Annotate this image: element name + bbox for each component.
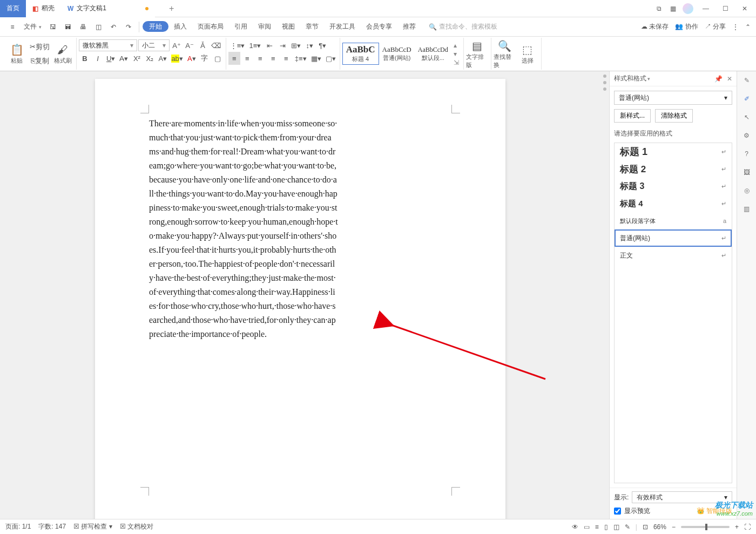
style-scroll-up-icon[interactable]: ▴	[454, 42, 459, 49]
zoom-slider[interactable]	[681, 526, 730, 528]
style-scroll-down-icon[interactable]: ▾	[454, 50, 459, 58]
maximize-button[interactable]: ☐	[718, 5, 732, 12]
subscript-icon[interactable]: X₂	[144, 52, 156, 65]
align-left-icon[interactable]: ≡	[228, 52, 240, 65]
minimize-button[interactable]: —	[699, 5, 713, 12]
style-item[interactable]: 标题 4↵	[615, 195, 732, 212]
style-tool-icon[interactable]: ✐	[741, 93, 753, 105]
zoom-in-icon[interactable]: +	[735, 523, 739, 531]
zoom-level[interactable]: 66%	[653, 523, 666, 531]
superscript-icon[interactable]: X²	[131, 52, 143, 65]
settings-tool-icon[interactable]: ⚙	[741, 130, 753, 141]
print-icon[interactable]: 🖶	[76, 20, 90, 34]
zoom-out-icon[interactable]: −	[672, 523, 676, 531]
font-size-select[interactable]: 小二▾	[138, 39, 170, 51]
char-border-icon[interactable]: ▢	[212, 52, 224, 65]
menu-tab-插入[interactable]: 插入	[168, 21, 192, 32]
view-outline-icon[interactable]: ≡	[595, 523, 599, 531]
hamburger-icon[interactable]: ≡	[5, 20, 19, 34]
menu-tab-章节[interactable]: 章节	[300, 21, 324, 32]
menu-tab-视图[interactable]: 视图	[276, 21, 300, 32]
page-indicator[interactable]: 页面: 1/1	[5, 522, 31, 531]
increase-font-icon[interactable]: A⁺	[171, 39, 183, 52]
numbering-icon[interactable]: 1≡▾	[247, 39, 262, 52]
close-button[interactable]: ✕	[738, 5, 752, 12]
menu-tab-页面布局[interactable]: 页面布局	[192, 21, 229, 32]
clear-format-button[interactable]: 清除格式	[655, 109, 693, 123]
cut-button[interactable]: ✂ 剪切	[28, 40, 51, 53]
tab-home[interactable]: 首页	[0, 0, 26, 17]
format-painter-button[interactable]: 🖌格式刷	[51, 39, 74, 69]
borders-icon[interactable]: ▢▾	[324, 52, 338, 65]
bold-icon[interactable]: B	[79, 52, 91, 65]
command-search[interactable]: 🔍 查找命令、搜索模板	[429, 22, 497, 31]
collapse-ribbon-icon[interactable]: ⌃	[745, 23, 751, 31]
underline-icon[interactable]: U▾	[105, 52, 117, 65]
style-item[interactable]: 标题 3↵	[615, 178, 732, 195]
word-count[interactable]: 字数: 147	[38, 522, 66, 531]
strikethrough-icon[interactable]: A̶▾	[118, 52, 130, 65]
show-marks-icon[interactable]: ¶▾	[316, 39, 328, 52]
location-tool-icon[interactable]: ◎	[741, 185, 753, 197]
style-preview-normal-web[interactable]: AaBbCcD 普通(网站)	[379, 44, 415, 63]
menu-tab-开始[interactable]: 开始	[143, 21, 168, 32]
current-style-select[interactable]: 普通(网站)▾	[614, 91, 732, 105]
share-button[interactable]: ↗ 分享	[705, 22, 726, 31]
decrease-indent-icon[interactable]: ⇤	[264, 39, 275, 52]
tab-document[interactable]: W 文字文稿1	[61, 0, 155, 17]
italic-icon[interactable]: I	[92, 52, 104, 65]
align-justify-icon[interactable]: ≡	[267, 52, 279, 65]
line-spacing-icon[interactable]: ‡≡▾	[293, 52, 308, 65]
find-replace-button[interactable]: 🔍查找替换	[494, 39, 516, 69]
align-distributed-icon[interactable]: ≡	[280, 52, 292, 65]
zoom-fit-icon[interactable]: ⊡	[643, 523, 648, 531]
menu-tab-审阅[interactable]: 审阅	[253, 21, 276, 32]
font-name-select[interactable]: 微软雅黑▾	[79, 39, 137, 51]
clear-format-icon[interactable]: ⌫	[210, 39, 222, 52]
align-center-icon[interactable]: ≡	[241, 52, 253, 65]
phonetic-icon[interactable]: 字	[199, 52, 211, 65]
increase-indent-icon[interactable]: ⇥	[276, 39, 288, 52]
cooperate-button[interactable]: 👥 协作	[675, 22, 698, 31]
style-item[interactable]: 默认段落字体a	[615, 212, 732, 229]
spellcheck-button[interactable]: ☒ 拼写检查 ▾	[73, 522, 112, 531]
user-avatar[interactable]	[683, 3, 693, 14]
print-preview-icon[interactable]: ◫	[91, 20, 105, 34]
redo-icon[interactable]: ↷	[122, 20, 136, 34]
view-edit-icon[interactable]: ✎	[625, 523, 630, 531]
menu-tab-引用[interactable]: 引用	[229, 21, 253, 32]
paste-button[interactable]: 📋粘贴	[5, 39, 28, 69]
more-icon[interactable]: ⋮	[732, 23, 739, 31]
align-right-icon[interactable]: ≡	[254, 52, 266, 65]
undo-icon[interactable]: ↶	[106, 20, 120, 34]
select-button[interactable]: ⬚选择	[516, 39, 539, 69]
thesaurus-icon[interactable]: ✎	[741, 75, 753, 86]
menu-tab-开发工具[interactable]: 开发工具	[324, 21, 361, 32]
close-panel-icon[interactable]: ✕	[727, 75, 732, 83]
apps-icon[interactable]: ▦	[669, 4, 677, 13]
doc-check-button[interactable]: ☒ 文档校对	[120, 522, 153, 531]
font-color-icon[interactable]: A▾	[186, 52, 198, 65]
layout-tool-icon[interactable]: ▥	[741, 203, 753, 215]
style-item[interactable]: 普通(网站)↵	[615, 229, 732, 247]
decrease-font-icon[interactable]: A⁻	[184, 39, 195, 52]
tab-docker[interactable]: ◧ 稻壳	[26, 0, 61, 17]
menu-tab-推荐[interactable]: 推荐	[397, 21, 421, 32]
change-case-icon[interactable]: Ǎ	[197, 39, 208, 52]
style-more-icon[interactable]: ⇲	[454, 59, 459, 66]
file-menu[interactable]: 文件▾	[21, 22, 45, 31]
window-mode-icon[interactable]: ⧉	[654, 4, 663, 13]
show-preview-checkbox[interactable]	[614, 508, 621, 515]
text-effect-icon[interactable]: A▾	[157, 52, 168, 65]
tab-settings-icon[interactable]: ⊞▾	[289, 39, 302, 52]
sort-icon[interactable]: ↕▾	[303, 39, 315, 52]
help-icon[interactable]: ?	[741, 148, 753, 160]
view-page-icon[interactable]: ▭	[584, 523, 590, 531]
style-item[interactable]: 标题 1↵	[615, 143, 732, 160]
eye-icon[interactable]: 👁	[572, 523, 578, 531]
bullets-icon[interactable]: ⋮≡▾	[228, 39, 247, 52]
menu-tab-会员专享[interactable]: 会员专享	[361, 21, 397, 32]
new-style-button[interactable]: 新样式...	[614, 109, 651, 123]
view-web-icon[interactable]: ◫	[613, 523, 619, 531]
save-as-icon[interactable]: 🖬	[61, 20, 75, 34]
